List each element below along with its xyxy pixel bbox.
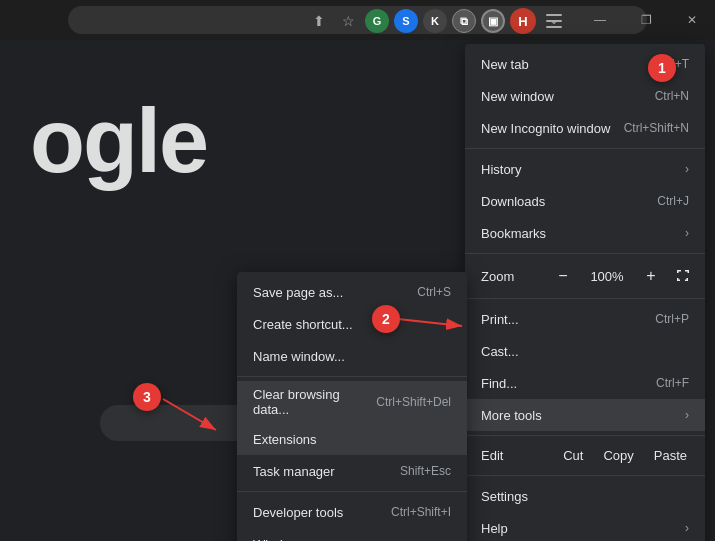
- submenu-clear-browsing[interactable]: Clear browsing data... Ctrl+Shift+Del: [237, 381, 467, 423]
- zoom-row: Zoom − 100% +: [465, 258, 705, 294]
- menu-item-print[interactable]: Print... Ctrl+P: [465, 303, 705, 335]
- chrome-menu-button[interactable]: [541, 8, 567, 34]
- menu-item-cast[interactable]: Cast...: [465, 335, 705, 367]
- cut-button[interactable]: Cut: [553, 444, 593, 467]
- submenu-divider-1: [237, 376, 467, 377]
- divider-1: [465, 148, 705, 149]
- annotation-2: 2: [372, 305, 400, 333]
- divider-4: [465, 435, 705, 436]
- menu-item-history[interactable]: History ›: [465, 153, 705, 185]
- menu-item-new-window[interactable]: New window Ctrl+N: [465, 80, 705, 112]
- zoom-in-button[interactable]: +: [637, 262, 665, 290]
- zoom-fullscreen-button[interactable]: [669, 262, 697, 290]
- annotation-1: 1: [648, 54, 676, 82]
- chrome-main-menu: New tab Ctrl+T New window Ctrl+N New Inc…: [465, 44, 705, 541]
- ext-s-icon[interactable]: S: [394, 9, 418, 33]
- browser-toolbar: ⌄ — ❐ ✕ ⬆ ☆ G S K ⧉ ▣ H: [0, 0, 715, 40]
- submenu-create-shortcut[interactable]: Create shortcut...: [237, 308, 467, 340]
- submenu-extensions[interactable]: Extensions: [237, 423, 467, 455]
- menu-item-help[interactable]: Help ›: [465, 512, 705, 541]
- more-tools-submenu: Save page as... Ctrl+S Create shortcut..…: [237, 272, 467, 541]
- copy-button[interactable]: Copy: [593, 444, 643, 467]
- submenu-task-manager[interactable]: Task manager Shift+Esc: [237, 455, 467, 487]
- menu-item-bookmarks[interactable]: Bookmarks ›: [465, 217, 705, 249]
- bookmark-icon[interactable]: ☆: [336, 9, 360, 33]
- close-button[interactable]: ✕: [669, 0, 715, 40]
- ext-square-icon[interactable]: ▣: [481, 9, 505, 33]
- share-icon[interactable]: ⬆: [307, 9, 331, 33]
- ext-puzzle-icon[interactable]: ⧉: [452, 9, 476, 33]
- divider-3: [465, 298, 705, 299]
- divider-5: [465, 475, 705, 476]
- avatar[interactable]: H: [510, 8, 536, 34]
- submenu-name-window[interactable]: Name window...: [237, 340, 467, 372]
- paste-button[interactable]: Paste: [644, 444, 697, 467]
- minimize-button[interactable]: —: [577, 0, 623, 40]
- submenu-save-page[interactable]: Save page as... Ctrl+S: [237, 276, 467, 308]
- edit-row: Edit Cut Copy Paste: [465, 440, 705, 471]
- menu-item-settings[interactable]: Settings: [465, 480, 705, 512]
- ext-g-icon[interactable]: G: [365, 9, 389, 33]
- menu-item-incognito[interactable]: New Incognito window Ctrl+Shift+N: [465, 112, 705, 144]
- menu-item-more-tools[interactable]: More tools ›: [465, 399, 705, 431]
- submenu-developer-tools[interactable]: Developer tools Ctrl+Shift+I: [237, 496, 467, 528]
- zoom-out-button[interactable]: −: [549, 262, 577, 290]
- submenu-divider-2: [237, 491, 467, 492]
- divider-2: [465, 253, 705, 254]
- maximize-button[interactable]: ❐: [623, 0, 669, 40]
- ext-k-icon[interactable]: K: [423, 9, 447, 33]
- google-logo-text: ogle: [30, 90, 207, 193]
- annotation-3: 3: [133, 383, 161, 411]
- submenu-window[interactable]: Window...: [237, 528, 467, 541]
- menu-item-downloads[interactable]: Downloads Ctrl+J: [465, 185, 705, 217]
- menu-item-find[interactable]: Find... Ctrl+F: [465, 367, 705, 399]
